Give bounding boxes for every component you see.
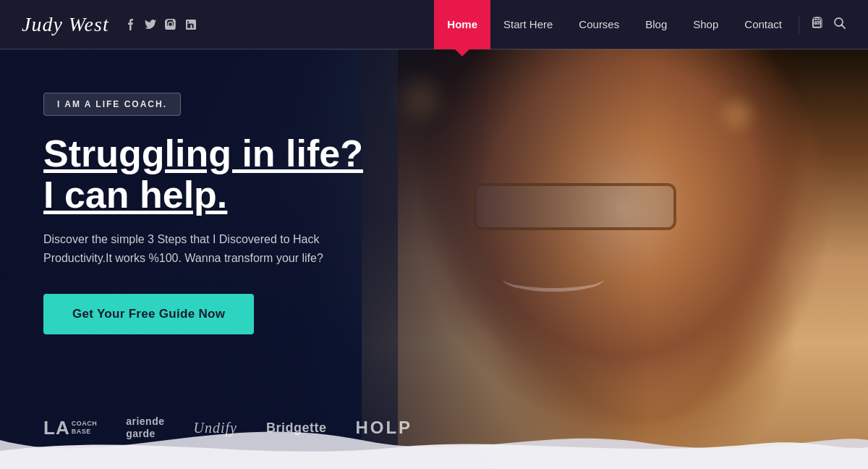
navbar-right: Home Start Here Courses Blog Shop Contac… <box>434 0 846 49</box>
navbar-left: Judy West <box>22 13 197 36</box>
brand-logos: LA COACHBASE ariendegarde Undify Bridget… <box>43 415 412 440</box>
hero-subtitle: Discover the simple 3 Steps that I Disco… <box>43 230 362 267</box>
navbar: Judy West <box>0 0 868 49</box>
nav-courses[interactable]: Courses <box>566 0 632 49</box>
nav-action-icons <box>799 16 846 33</box>
nav-items: Home Start Here Courses Blog Shop Contac… <box>434 0 795 49</box>
hero-badge: I AM A LIFE COACH. <box>43 93 181 116</box>
brand-ariende-garde: ariendegarde <box>126 415 164 440</box>
instagram-icon[interactable] <box>164 18 177 31</box>
nav-start-here[interactable]: Start Here <box>490 0 566 49</box>
facebook-icon[interactable] <box>124 18 137 31</box>
cta-button[interactable]: Get Your Free Guide Now <box>43 294 254 334</box>
nav-divider <box>0 49 868 50</box>
hero-section: I AM A LIFE COACH. Struggling in life?I … <box>0 49 868 469</box>
cart-icon[interactable] <box>810 16 825 33</box>
site-logo[interactable]: Judy West <box>22 13 109 36</box>
twitter-icon[interactable] <box>144 18 157 31</box>
nav-home[interactable]: Home <box>434 0 490 49</box>
brand-holp: HOLP <box>355 418 412 438</box>
brand-undify: Undify <box>193 420 237 436</box>
nav-blog[interactable]: Blog <box>632 0 680 49</box>
hero-content: I AM A LIFE COACH. Struggling in life?I … <box>0 49 868 469</box>
nav-contact[interactable]: Contact <box>731 0 795 49</box>
brand-la-coach-base: LA COACHBASE <box>43 418 97 437</box>
social-icons <box>124 18 197 31</box>
search-icon[interactable] <box>833 17 846 33</box>
nav-shop[interactable]: Shop <box>680 0 731 49</box>
hero-title: Struggling in life?I can help. <box>43 133 420 216</box>
brand-bridgette: Bridgette <box>266 421 327 436</box>
linkedin-icon[interactable] <box>184 18 197 31</box>
svg-line-4 <box>842 25 846 28</box>
